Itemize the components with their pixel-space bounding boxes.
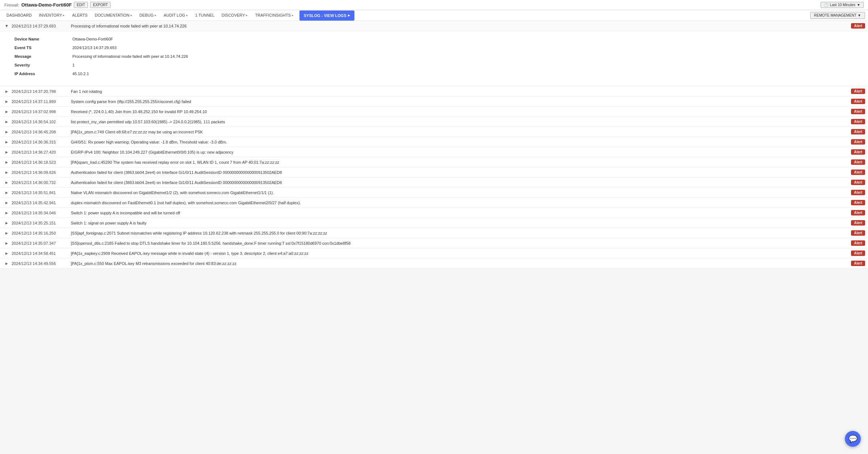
nav-alerts[interactable]: ALERTS <box>68 10 91 21</box>
row-chevron[interactable]: ▶ <box>3 211 10 215</box>
nav-bar: DASHBOARD INVENTORY ▸ ALERTS DOCUMENTATI… <box>0 10 868 21</box>
row-chevron[interactable]: ▶ <box>3 231 10 235</box>
export-button[interactable]: EXPORT <box>90 2 111 8</box>
detail-device-name: Device Name Ottawa-Demo-Forti60F <box>14 37 854 41</box>
row-chevron[interactable]: ▶ <box>3 150 10 154</box>
alert-badge: Alert <box>851 139 865 145</box>
log-content: ▶ 2024/12/13 14:37:29.693 Processing of … <box>0 21 868 269</box>
log-row[interactable]: ▶ 2024/12/13 14:35:42.941 duplex mismatc… <box>0 198 868 208</box>
chevron-right-icon: ▸ <box>63 13 65 17</box>
log-timestamp: 2024/12/13 14:34:49.556 <box>10 259 68 268</box>
nav-audit-log[interactable]: AUDIT LOG ▸ <box>160 10 192 21</box>
log-row[interactable]: ▶ 2024/12/13 14:35:34.046 Switch 1: powe… <box>0 208 868 218</box>
log-timestamp: 2024/12/13 14:36:27.420 <box>10 148 68 157</box>
log-message: [PA]1x_ptsm.c:550 Max EAPOL-key M3 retra… <box>68 259 848 268</box>
log-timestamp: 2024/12/13 14:37:11.899 <box>10 97 68 106</box>
log-row[interactable]: ▶ 2024/12/13 14:36:45.208 [PA]1x_ptsm.c:… <box>0 127 868 137</box>
log-row[interactable]: ▶ 2024/12/13 14:36:18.523 [PA]spam_lrad.… <box>0 157 868 167</box>
chevron-right-icon-traffic: ▸ <box>292 13 294 17</box>
expand-icon: ▶ <box>5 110 8 113</box>
row-chevron[interactable]: ▶ <box>3 201 10 205</box>
detail-device-name-value: Ottawa-Demo-Forti60F <box>72 37 113 41</box>
nav-dashboard[interactable]: DASHBOARD <box>3 10 35 21</box>
clock-icon: 🕐 <box>824 3 828 7</box>
row-chevron[interactable]: ▶ <box>3 171 10 174</box>
expand-icon: ▶ <box>5 201 8 205</box>
row-chevron[interactable]: ▶ <box>3 110 10 113</box>
detail-message-label: Message <box>14 54 72 59</box>
nav-syslog[interactable]: SYSLOG - VIEW LOGS ▸ <box>299 10 354 21</box>
nav-1-tunnel[interactable]: 1 TUNNEL <box>192 10 218 21</box>
log-row[interactable]: ▶ 2024/12/13 14:36:27.420 EIGRP-IPv4 100… <box>0 147 868 157</box>
expand-icon: ▶ <box>5 171 8 174</box>
log-message: Switch 1: power supply A is incompatible… <box>68 209 848 217</box>
row-chevron[interactable]: ▶ <box>3 181 10 184</box>
log-row[interactable]: ▶ 2024/12/13 14:35:16.250 [SS]apf_foreig… <box>0 228 868 238</box>
nav-discovery[interactable]: DISCOVERY ▸ <box>218 10 252 21</box>
alert-badge: Alert <box>851 230 865 236</box>
alert-badge: Alert <box>851 261 865 266</box>
remote-management-button[interactable]: REMOTE MANAGEMENT ▼ <box>810 12 865 19</box>
last-minutes-button[interactable]: 🕐 Last 10 Minutes ▼ <box>821 2 864 8</box>
detail-ip-value: 45.10.2.1 <box>72 72 89 76</box>
expand-icon: ▶ <box>5 120 8 124</box>
log-row[interactable]: ▶ 2024/12/13 14:35:07.347 [SS]openssl_dt… <box>0 238 868 248</box>
log-message: [SS]openssl_dtls.c:2185 Failed to stop D… <box>68 239 848 248</box>
log-row[interactable]: ▶ 2024/12/13 14:36:00.732 Authentication… <box>0 177 868 188</box>
top-bar-right: 🕐 Last 10 Minutes ▼ <box>821 2 864 8</box>
log-row[interactable]: ▶ 2024/12/13 14:37:20.798 Fan 1 not rota… <box>0 86 868 97</box>
firewall-label: Firewall: <box>4 3 19 7</box>
row-chevron[interactable]: ▶ <box>3 100 10 103</box>
log-timestamp: 2024/12/13 14:36:09.626 <box>10 168 68 177</box>
nav-inventory[interactable]: INVENTORY ▸ <box>35 10 69 21</box>
log-row[interactable]: ▶ 2024/12/13 14:35:25.151 Switch 1: sign… <box>0 218 868 228</box>
row-chevron[interactable]: ▶ <box>3 120 10 124</box>
log-row[interactable]: ▶ 2024/12/13 14:37:29.693 Processing of … <box>0 21 868 31</box>
log-message: Processing of informational mode failed … <box>68 22 848 30</box>
log-row[interactable]: ▶ 2024/12/13 14:37:11.899 System config … <box>0 97 868 107</box>
chevron-down-icon: ▼ <box>857 3 860 7</box>
expand-icon: ▶ <box>5 211 8 215</box>
row-chevron[interactable]: ▶ <box>3 160 10 164</box>
log-timestamp: 2024/12/13 14:36:36.315 <box>10 138 68 146</box>
log-timestamp: 2024/12/13 14:35:16.250 <box>10 229 68 237</box>
nav-documentation[interactable]: DOCUMENTATION ▸ <box>91 10 136 21</box>
nav-debug[interactable]: DEBUG ▸ <box>136 10 160 21</box>
log-timestamp: 2024/12/13 14:36:18.523 <box>10 158 68 167</box>
row-chevron[interactable]: ▶ <box>3 140 10 144</box>
top-bar-left: Firewall: Ottawa-Demo-Forti60F EDIT EXPO… <box>4 2 111 8</box>
row-chevron[interactable]: ▶ <box>3 252 10 255</box>
nav-trafficinsights[interactable]: TRAFFICINSIGHTS ▸ <box>251 10 297 21</box>
log-row[interactable]: ▶ 2024/12/13 14:34:49.556 [PA]1x_ptsm.c:… <box>0 258 868 269</box>
row-chevron[interactable]: ▶ <box>3 90 10 93</box>
chevron-right-icon-audit: ▸ <box>186 13 188 17</box>
detail-event-ts-label: Event TS <box>14 46 72 50</box>
detail-message: Message Processing of informational mode… <box>14 54 854 59</box>
edit-button[interactable]: EDIT <box>74 2 88 8</box>
chevron-down-icon-remote: ▼ <box>858 13 861 17</box>
log-row[interactable]: ▶ 2024/12/13 14:36:36.315 Gi4/0/51: Rx p… <box>0 137 868 147</box>
log-row[interactable]: ▶ 2024/12/13 14:35:51.841 Native VLAN mi… <box>0 188 868 198</box>
log-timestamp: 2024/12/13 14:37:02.998 <box>10 107 68 116</box>
row-chevron[interactable]: ▶ <box>3 24 10 28</box>
log-message: Authentication failed for client (3863.b… <box>68 178 848 187</box>
row-chevron[interactable]: ▶ <box>3 191 10 194</box>
log-message: Gi4/0/51: Rx power high warning; Operati… <box>68 138 848 146</box>
expand-icon: ▶ <box>5 231 8 235</box>
row-chevron[interactable]: ▶ <box>3 221 10 225</box>
top-bar: Firewall: Ottawa-Demo-Forti60F EDIT EXPO… <box>0 0 868 10</box>
log-timestamp: 2024/12/13 14:37:20.798 <box>10 87 68 96</box>
expand-icon: ▶ <box>5 221 8 225</box>
alert-badge: Alert <box>851 89 865 94</box>
log-row[interactable]: ▶ 2024/12/13 14:34:58.451 [PA]1x_eapkey.… <box>0 248 868 258</box>
alert-badge: Alert <box>851 220 865 226</box>
log-row[interactable]: ▶ 2024/12/13 14:37:02.998 Received (*, 2… <box>0 107 868 117</box>
row-chevron[interactable]: ▶ <box>3 130 10 134</box>
log-row[interactable]: ▶ 2024/12/13 14:36:09.626 Authentication… <box>0 167 868 177</box>
detail-severity-value: 1 <box>72 63 75 67</box>
chevron-right-icon-debug: ▸ <box>155 13 157 17</box>
row-chevron[interactable]: ▶ <box>3 262 10 265</box>
log-row[interactable]: ▶ 2024/12/13 14:36:54.102 list protect_m… <box>0 117 868 127</box>
row-chevron[interactable]: ▶ <box>3 241 10 245</box>
detail-severity: Severity 1 <box>14 63 854 67</box>
